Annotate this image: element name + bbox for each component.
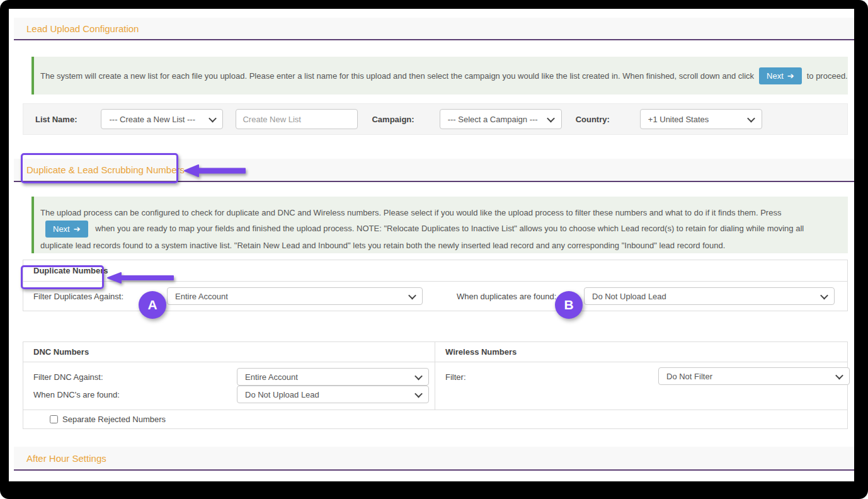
list-name-select[interactable]: --- Create a New List --- [101,109,223,129]
info-box-list-upload: The system will create a new list for ea… [31,57,848,95]
when-duplicates-select-value: Do Not Upload Lead [592,292,666,301]
campaign-label: Campaign: [372,115,414,124]
country-label: Country: [576,115,610,124]
chevron-down-icon [408,292,416,300]
wireless-numbers-cell: Filter: Do Not Filter [435,362,847,410]
wireless-filter-select-value: Do Not Filter [666,372,712,381]
country-select[interactable]: +1 United States [640,109,762,129]
filter-dnc-label: Filter DNC Against: [33,372,103,382]
separate-rejected-checkbox[interactable] [50,415,58,423]
section-header-after-hour: After Hour Settings [14,447,854,471]
wireless-filter-label: Filter: [445,372,466,382]
campaign-select[interactable]: --- Select a Campaign --- [440,109,562,129]
country-select-value: +1 United States [648,115,709,124]
badge-a-letter: A [147,297,157,313]
chevron-down-icon [208,115,216,123]
new-list-input[interactable] [236,109,358,129]
filter-duplicates-select[interactable]: Entire Account [167,287,423,305]
info-text-before: The system will create a new list for ea… [40,71,754,81]
list-config-form: List Name: --- Create a New List --- Cam… [23,103,848,135]
chevron-down-icon [820,292,828,300]
list-name-select-value: --- Create a New List --- [109,115,195,124]
info-text-before: The upload process can be configured to … [40,208,781,217]
separate-rejected-label: Separate Rejected Numbers [62,415,166,424]
when-dnc-select[interactable]: Do Not Upload Lead [237,386,429,403]
separate-rejected-row: Separate Rejected Numbers [23,410,847,428]
next-button[interactable]: Next ➔ [45,221,88,238]
duplicate-numbers-title-row: Duplicate Numbers [23,260,847,282]
when-dnc-select-value: Do Not Upload Lead [245,390,319,399]
dnc-numbers-title: DNC Numbers [33,347,89,357]
when-dnc-label: When DNC's are found: [33,390,120,399]
when-duplicates-select[interactable]: Do Not Upload Lead [584,287,835,305]
section-title-lead-upload: Lead Upload Configuration [26,23,139,34]
arrow-right-icon: ➔ [787,71,794,81]
info-text-after: to proceed. [807,71,848,81]
campaign-select-value: --- Select a Campaign --- [448,115,538,124]
wireless-numbers-title: Wireless Numbers [445,347,517,357]
when-duplicates-label: When duplicates are found: [457,292,556,301]
wireless-numbers-header: Wireless Numbers [435,342,847,362]
list-name-label: List Name: [35,115,77,124]
info-box-duplicate-scrubbing: The upload process can be configured to … [31,197,848,253]
window-frame: Lead Upload Configuration The system wil… [0,0,868,499]
arrow-right-icon: ➔ [74,224,81,234]
next-button-label: Next [53,224,70,234]
badge-a: A [139,291,166,319]
section-title-after-hour: After Hour Settings [26,453,106,464]
next-button-label: Next [767,71,784,81]
chevron-down-icon [414,373,422,381]
chevron-down-icon [547,115,555,123]
dnc-numbers-header: DNC Numbers [23,342,435,362]
section-header-lead-upload: Lead Upload Configuration [14,18,854,40]
filter-dnc-select-value: Entire Account [245,372,298,382]
filter-dnc-select[interactable]: Entire Account [237,368,429,386]
filter-duplicates-label: Filter Duplicates Against: [33,292,123,301]
next-button[interactable]: Next ➔ [759,67,802,84]
duplicate-numbers-title: Duplicate Numbers [33,266,108,275]
filter-duplicates-select-value: Entire Account [175,292,228,301]
wireless-filter-select[interactable]: Do Not Filter [658,367,850,385]
page-content: Lead Upload Configuration The system wil… [9,9,854,481]
chevron-down-icon [748,115,755,123]
badge-b: B [555,291,583,319]
info-text-after: when you are ready to map your fields an… [40,224,804,250]
badge-b-letter: B [564,297,573,313]
chevron-down-icon [414,391,422,398]
section-header-duplicate-scrubbing: Duplicate & Lead Scrubbing Numbers [14,159,854,182]
dnc-wireless-table: DNC Numbers Wireless Numbers Filter DNC … [23,341,848,429]
dnc-numbers-cell: Filter DNC Against: Entire Account When … [23,362,435,410]
chevron-down-icon [835,372,843,380]
section-title-duplicate-scrubbing: Duplicate & Lead Scrubbing Numbers [26,164,185,175]
